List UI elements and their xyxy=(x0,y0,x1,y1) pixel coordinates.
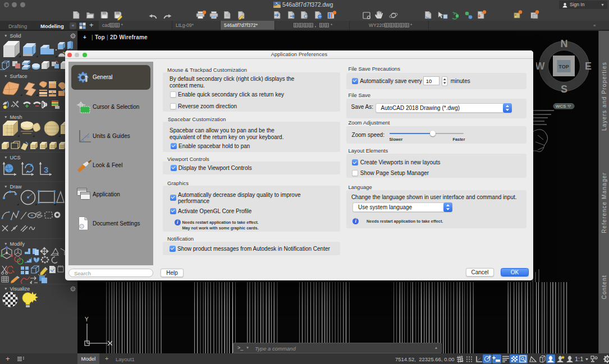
svg-text:Y: Y xyxy=(85,316,89,322)
svg-text:W: W xyxy=(536,61,545,72)
svg-text:1:1: 1:1 xyxy=(575,356,583,362)
svg-text:WCS: WCS xyxy=(556,104,566,109)
svg-text:TOP: TOP xyxy=(558,64,569,70)
svg-text:E: E xyxy=(585,61,592,72)
svg-text:S: S xyxy=(561,84,567,95)
svg-text:1.50: 1.50 xyxy=(84,136,89,139)
svg-text:3: 3 xyxy=(44,165,48,174)
svg-text:N: N xyxy=(561,38,568,49)
svg-text:x: x xyxy=(30,162,33,168)
